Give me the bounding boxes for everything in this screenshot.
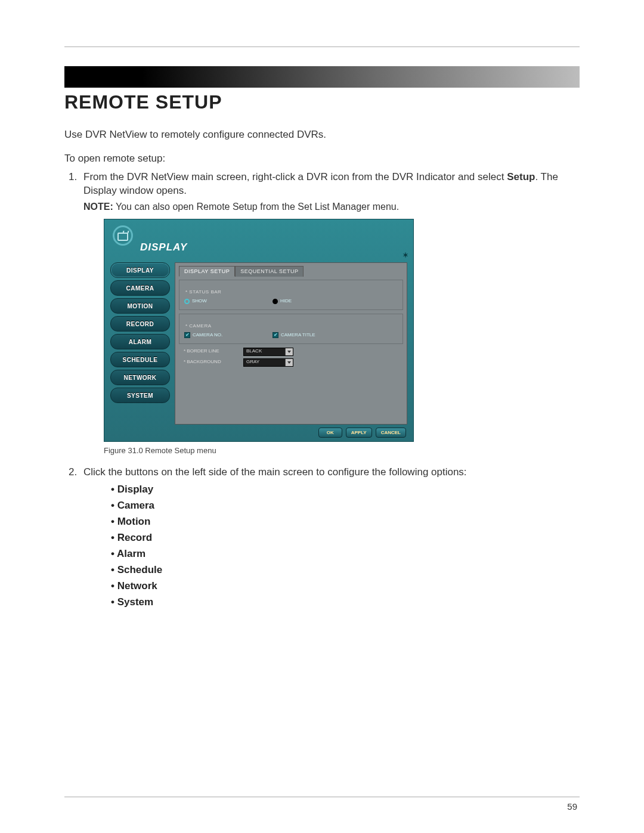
group-camera: * CAMERA ✔ CAMERA NO. ✔ CAMERA TITLE (179, 314, 403, 344)
sidebar-btn-display[interactable]: DISPLAY (110, 262, 170, 278)
sidebar-btn-alarm[interactable]: ALARM (110, 334, 170, 349)
note-label: NOTE: (83, 202, 113, 212)
step1-part-a: From the DVR NetView main screen, right-… (83, 171, 507, 182)
apply-button[interactable]: APPLY (346, 428, 372, 438)
sidebar-btn-system[interactable]: SYSTEM (110, 388, 170, 403)
app-body: DISPLAY CAMERA MOTION RECORD ALARM SCHED… (110, 262, 407, 425)
options-list: Display Camera Motion Record Alarm Sched… (111, 483, 580, 609)
step1-bold: Setup (507, 171, 535, 182)
app-header: DISPLAY ✶ (104, 219, 413, 258)
sidebar-btn-network[interactable]: NETWORK (110, 370, 170, 385)
group-camera-label: * CAMERA (184, 323, 213, 330)
camera-no-check[interactable]: ✔ (184, 332, 190, 338)
bottom-rule (64, 797, 580, 797)
statusbar-show-radio[interactable] (184, 299, 190, 304)
subintro-text: To open remote setup: (64, 153, 580, 165)
page-number: 59 (567, 801, 577, 812)
gradient-banner (64, 66, 580, 88)
option-camera: Camera (111, 499, 580, 513)
camera-title-label: CAMERA TITLE (281, 332, 315, 339)
group-statusbar-label: * STATUS BAR (184, 289, 222, 296)
app-title: DISPLAY (140, 241, 187, 255)
tabs: DISPLAY SETUP SEQUENTIAL SETUP (179, 265, 403, 276)
statusbar-show-label: SHOW (192, 298, 207, 305)
camera-no-label: CAMERA NO. (193, 332, 222, 339)
cancel-button[interactable]: CANCEL (376, 428, 406, 438)
borderline-label: * BORDER LINE (184, 348, 237, 355)
background-label: * BACKGROUND (184, 359, 237, 366)
intro-text: Use DVR NetView to remotely configure co… (64, 129, 580, 141)
sidebar-btn-record[interactable]: RECORD (110, 316, 170, 332)
close-icon[interactable]: ✶ (402, 250, 408, 260)
option-display: Display (111, 483, 580, 497)
option-network: Network (111, 580, 580, 593)
steps-list: From the DVR NetView main screen, right-… (64, 171, 580, 609)
option-alarm: Alarm (111, 547, 580, 561)
note-line: NOTE: You can also open Remote Setup fro… (83, 200, 580, 213)
borderline-value: BLACK (246, 348, 262, 355)
ok-button[interactable]: OK (318, 428, 342, 438)
sidebar-btn-schedule[interactable]: SCHEDULE (110, 352, 170, 367)
note-text: You can also open Remote Setup from the … (113, 202, 399, 212)
sidebar-btn-motion[interactable]: MOTION (110, 298, 170, 314)
chevron-down-icon (287, 351, 291, 353)
option-motion: Motion (111, 515, 580, 529)
main-panel: DISPLAY SETUP SEQUENTIAL SETUP * STATUS … (175, 262, 407, 425)
step-2: Click the buttons on the left side of th… (80, 466, 580, 609)
figure-caption: Figure 31.0 Remote Setup menu (104, 445, 580, 456)
app-window: DISPLAY ✶ DISPLAY CAMERA MOTION RECORD A… (104, 219, 414, 442)
statusbar-hide-radio[interactable] (273, 299, 278, 304)
sidebar-btn-camera[interactable]: CAMERA (110, 280, 170, 296)
option-system: System (111, 596, 580, 609)
background-dropdown[interactable]: GRAY (243, 358, 293, 367)
top-rule (64, 47, 580, 47)
group-statusbar: * STATUS BAR SHOW HIDE (179, 280, 403, 310)
step2-text: Click the buttons on the left side of th… (83, 466, 467, 478)
option-record: Record (111, 531, 580, 545)
option-schedule: Schedule (111, 563, 580, 577)
group-misc: * BORDER LINE BLACK * BACKGROUND GRAY (179, 348, 403, 371)
tab-display-setup[interactable]: DISPLAY SETUP (179, 266, 235, 277)
footer-buttons: OK APPLY CANCEL (318, 428, 406, 438)
figure-wrap: DISPLAY ✶ DISPLAY CAMERA MOTION RECORD A… (104, 219, 580, 442)
background-value: GRAY (246, 359, 259, 366)
page-heading: REMOTE SETUP (64, 91, 580, 113)
tv-icon (113, 225, 133, 246)
borderline-dropdown[interactable]: BLACK (243, 348, 293, 356)
camera-title-check[interactable]: ✔ (273, 332, 278, 338)
step-1: From the DVR NetView main screen, right-… (80, 171, 580, 456)
sidebar: DISPLAY CAMERA MOTION RECORD ALARM SCHED… (110, 262, 170, 425)
tab-sequential-setup[interactable]: SEQUENTIAL SETUP (235, 266, 304, 277)
statusbar-hide-label: HIDE (280, 298, 292, 305)
chevron-down-icon (287, 361, 291, 364)
